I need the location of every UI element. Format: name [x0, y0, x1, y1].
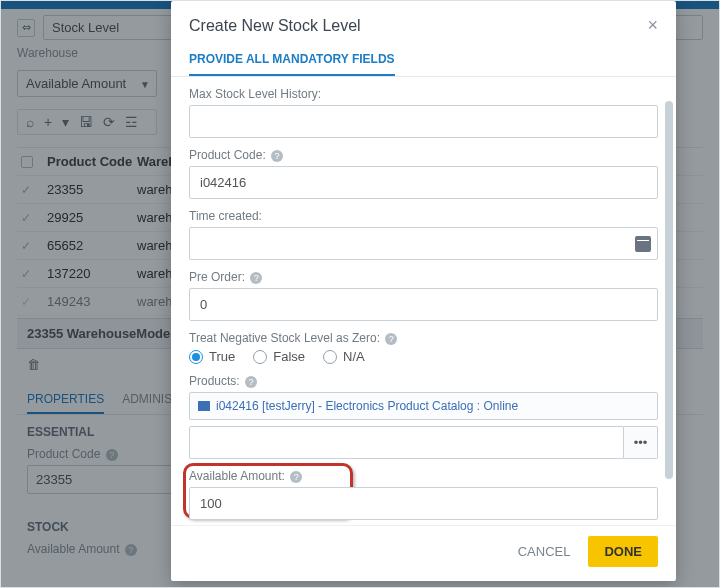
help-icon[interactable]: ? — [271, 150, 283, 162]
available-amount-input[interactable] — [198, 495, 649, 512]
cancel-button[interactable]: CANCEL — [518, 544, 571, 559]
modal-title: Create New Stock Level — [189, 17, 361, 35]
radio-true-label: True — [209, 349, 235, 364]
radio-na[interactable]: N/A — [323, 349, 365, 364]
scrollbar-thumb[interactable] — [665, 101, 673, 479]
close-icon[interactable]: × — [647, 15, 658, 36]
create-stock-level-modal: Create New Stock Level × PROVIDE ALL MAN… — [171, 1, 676, 581]
label-products: Products: — [189, 374, 240, 388]
page-root: ⇔ Stock Level Warehouse Available Amount… — [0, 0, 720, 588]
product-code-input[interactable] — [198, 174, 649, 191]
help-icon[interactable]: ? — [245, 376, 257, 388]
help-icon[interactable]: ? — [250, 272, 262, 284]
scrollbar[interactable] — [665, 83, 673, 519]
label-max-history: Max Stock Level History: — [189, 87, 658, 101]
product-picker-button[interactable]: ••• — [624, 426, 658, 459]
calendar-icon[interactable] — [635, 236, 651, 252]
label-product-code: Product Code: — [189, 148, 266, 162]
product-add-input[interactable] — [198, 434, 615, 451]
label-treat-negative: Treat Negative Stock Level as Zero: — [189, 331, 380, 345]
help-icon[interactable]: ? — [290, 471, 302, 483]
label-available-amount: Available Amount: — [189, 469, 285, 483]
radio-na-label: N/A — [343, 349, 365, 364]
product-chip-text: i042416 [testJerry] - Electronics Produc… — [216, 399, 518, 413]
radio-true[interactable]: True — [189, 349, 235, 364]
time-created-input[interactable] — [198, 235, 649, 252]
radio-false[interactable]: False — [253, 349, 305, 364]
label-time-created: Time created: — [189, 209, 658, 223]
done-button[interactable]: DONE — [588, 536, 658, 567]
chip-icon — [198, 401, 210, 411]
label-pre-order: Pre Order: — [189, 270, 245, 284]
modal-tab-mandatory[interactable]: PROVIDE ALL MANDATORY FIELDS — [189, 46, 395, 76]
product-chip[interactable]: i042416 [testJerry] - Electronics Produc… — [189, 392, 658, 420]
help-icon[interactable]: ? — [385, 333, 397, 345]
pre-order-input[interactable] — [198, 296, 649, 313]
max-history-input[interactable] — [198, 113, 649, 130]
modal-body: Max Stock Level History: Product Code: ?… — [171, 77, 676, 525]
radio-false-label: False — [273, 349, 305, 364]
